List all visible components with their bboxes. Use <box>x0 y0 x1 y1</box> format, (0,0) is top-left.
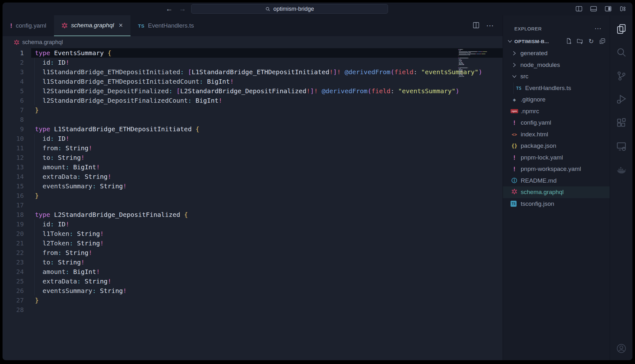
code-line-23[interactable]: 23 to: String! <box>3 257 503 267</box>
code-line-22[interactable]: 22 from: String! <box>3 248 503 257</box>
folder-tree-item-generated[interactable]: generated <box>503 48 610 59</box>
tree-indent-guide <box>513 82 514 94</box>
tab-config-yaml[interactable]: ! config.yaml <box>3 15 54 36</box>
line-number: 11 <box>3 143 31 153</box>
code-line-26[interactable]: 26 eventsSummary: String! <box>3 286 503 296</box>
collapse-folders-icon[interactable] <box>599 38 606 45</box>
customize-layout-icon[interactable] <box>619 5 627 12</box>
run-debug-icon[interactable] <box>616 94 627 105</box>
tree-item-label: pnpm-workspace.yaml <box>521 166 581 172</box>
line-number: 27 <box>3 296 31 305</box>
indent-guide <box>34 238 35 248</box>
file-tree-item-tsconfig.json[interactable]: TStsconfig.json <box>503 198 610 210</box>
file-tree-item-README.md[interactable]: ⓘREADME.md <box>503 175 610 187</box>
new-folder-icon[interactable] <box>577 38 584 45</box>
file-tree-item-index.html[interactable]: <>index.html <box>503 129 610 140</box>
folder-tree-item-node_modules[interactable]: node_modules <box>503 59 610 71</box>
close-icon[interactable]: × <box>119 21 123 29</box>
folder-tree-item-src[interactable]: src <box>503 71 610 82</box>
tree-item-label: README.md <box>521 177 557 184</box>
explorer-icon[interactable] <box>616 23 627 34</box>
source-control-icon[interactable] <box>616 70 627 81</box>
yaml-icon: ! <box>10 22 12 29</box>
file-tree-item-.npmrc[interactable]: npm.npmrc <box>503 106 610 117</box>
code-line-24[interactable]: 24 amount: BigInt! <box>3 267 503 276</box>
tree-item-label: config.yaml <box>521 119 551 126</box>
file-tree-item-schema.graphql[interactable]: schema.graphql <box>503 186 610 198</box>
indent-guide <box>34 86 35 96</box>
tree-item-label: src <box>520 73 528 80</box>
line-content: id: ID! <box>31 58 503 67</box>
code-line-1[interactable]: 1type EventsSummary { <box>3 48 503 58</box>
code-line-9[interactable]: 9type L1StandardBridge_ETHDepositInitiat… <box>3 124 503 134</box>
file-tree-item-.gitignore[interactable]: ◆.gitignore <box>503 94 610 106</box>
code-editor[interactable]: 1type EventsSummary {2 id: ID!3 l1Standa… <box>3 48 503 360</box>
code-line-13[interactable]: 13 amount: BigInt! <box>3 162 503 172</box>
code-line-17[interactable]: 17 <box>3 200 503 210</box>
line-number: 20 <box>3 229 31 238</box>
extensions-icon[interactable] <box>616 117 627 128</box>
toggle-right-sidebar-icon[interactable] <box>604 5 612 12</box>
minimap[interactable] <box>458 49 496 79</box>
code-line-25[interactable]: 25 extraData: String! <box>3 276 503 286</box>
toggle-bottom-panel-icon[interactable] <box>590 5 598 12</box>
line-number: 1 <box>3 48 31 58</box>
code-line-20[interactable]: 20 l1Token: String! <box>3 229 503 238</box>
code-line-21[interactable]: 21 l2Token: String! <box>3 238 503 248</box>
code-line-2[interactable]: 2 id: ID! <box>3 58 503 67</box>
code-line-18[interactable]: 18type L2StandardBridge_DepositFinalized… <box>3 210 503 219</box>
docker-icon[interactable] <box>616 164 627 175</box>
search-icon[interactable] <box>616 47 627 58</box>
tree-item-label: index.html <box>521 131 548 138</box>
code-line-6[interactable]: 6 l2StandardBridge_DepositFinalizedCount… <box>3 96 503 105</box>
code-line-19[interactable]: 19 id: ID! <box>3 219 503 229</box>
line-content: l2StandardBridge_DepositFinalizedCount: … <box>31 96 503 105</box>
code-line-7[interactable]: 7} <box>3 105 503 115</box>
line-content: type L2StandardBridge_DepositFinalized { <box>31 210 503 219</box>
code-line-11[interactable]: 11 from: String! <box>3 143 503 153</box>
tsconfig-icon: TS <box>511 201 517 207</box>
refresh-icon[interactable]: ↻ <box>588 38 595 45</box>
code-line-28[interactable]: 28 <box>3 305 503 315</box>
code-line-4[interactable]: 4 l1StandardBridge_ETHDepositInitiatedCo… <box>3 77 503 86</box>
file-tree-item-EventHandlers.ts[interactable]: TSEventHandlers.ts <box>503 82 610 94</box>
file-tree-item-pnpm-workspace.yaml[interactable]: !pnpm-workspace.yaml <box>503 163 610 175</box>
forward-icon[interactable]: → <box>178 5 187 13</box>
line-content: } <box>31 191 503 200</box>
git-icon: ◆ <box>511 97 518 103</box>
account-icon[interactable] <box>616 343 627 354</box>
tab-eventhandlers-ts[interactable]: TS EventHandlers.ts <box>130 15 202 36</box>
code-line-5[interactable]: 5 l2StandardBridge_DepositFinalized: [L2… <box>3 86 503 96</box>
code-line-8[interactable]: 8 <box>3 115 503 124</box>
tree-item-label: pnpm-lock.yaml <box>521 154 563 161</box>
toggle-left-panel-icon[interactable] <box>575 5 583 12</box>
new-file-icon[interactable] <box>565 38 572 45</box>
file-tree-item-config.yaml[interactable]: !config.yaml <box>503 117 610 129</box>
code-line-14[interactable]: 14 extraData: String! <box>3 172 503 181</box>
explorer-more-actions-icon[interactable]: ⋯ <box>594 24 601 33</box>
code-line-27[interactable]: 27} <box>3 296 503 305</box>
chevron-right-icon <box>511 62 518 68</box>
file-tree-item-pnpm-lock.yaml[interactable]: !pnpm-lock.yaml <box>503 152 610 164</box>
line-content: l1StandardBridge_ETHDepositInitiatedCoun… <box>31 77 503 86</box>
indent-guide <box>34 134 35 143</box>
breadcrumb[interactable]: schema.graphql <box>3 36 503 48</box>
command-center-search[interactable]: optimism-bridge <box>191 4 388 14</box>
workspace-section-header[interactable]: OPTIMISM-B... ↻ <box>503 35 610 48</box>
code-line-10[interactable]: 10 id: ID! <box>3 134 503 143</box>
tab-label: EventHandlers.ts <box>148 22 194 29</box>
code-line-16[interactable]: 16} <box>3 191 503 200</box>
title-bar: ← → optimism-bridge <box>3 3 632 15</box>
back-icon[interactable]: ← <box>165 5 173 13</box>
tab-schema-graphql[interactable]: schema.graphql × <box>54 15 130 36</box>
workspace-name: OPTIMISM-B... <box>514 39 549 44</box>
code-line-3[interactable]: 3 l1StandardBridge_ETHDepositInitiated: … <box>3 67 503 77</box>
line-content: l1Token: String! <box>31 229 503 238</box>
remote-explorer-icon[interactable] <box>616 141 627 152</box>
file-tree-item-package.json[interactable]: {}package.json <box>503 140 610 152</box>
code-line-15[interactable]: 15 eventsSummary: String! <box>3 181 503 191</box>
editor-more-actions-icon[interactable]: ⋯ <box>486 21 494 30</box>
split-editor-icon[interactable] <box>472 22 480 30</box>
code-line-12[interactable]: 12 to: String! <box>3 153 503 162</box>
tab-label: schema.graphql <box>71 22 114 29</box>
